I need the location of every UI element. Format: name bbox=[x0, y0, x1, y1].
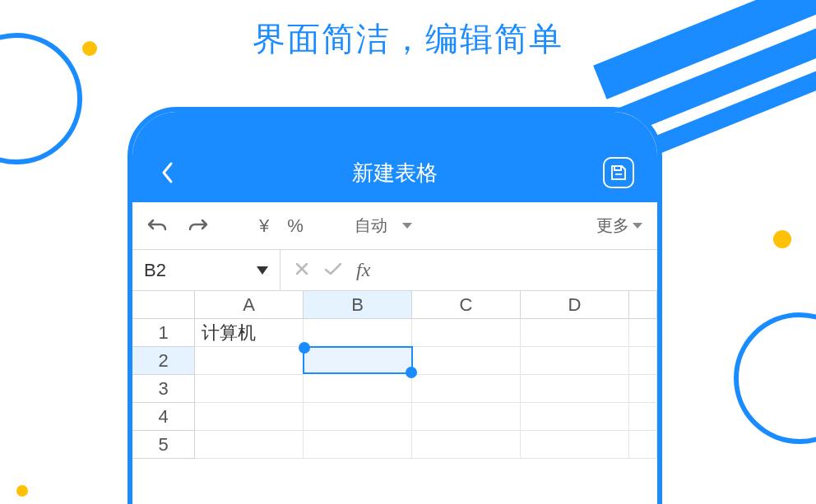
auto-format-label: 自动 bbox=[355, 215, 387, 237]
cell-E1[interactable] bbox=[629, 319, 657, 347]
phone-frame: 新建表格 ¥ % 自动 bbox=[128, 107, 662, 504]
auto-format-dropdown[interactable]: 自动 bbox=[355, 215, 412, 237]
cell-C2[interactable] bbox=[412, 347, 521, 375]
spreadsheet-grid[interactable]: A B C D 1 计算机 2 3 4 bbox=[132, 291, 657, 459]
save-button[interactable] bbox=[603, 157, 634, 188]
row-header-5[interactable]: 5 bbox=[132, 431, 195, 459]
cell-D5[interactable] bbox=[521, 431, 629, 459]
check-icon bbox=[323, 261, 343, 277]
cell-D1[interactable] bbox=[521, 319, 629, 347]
cell-C5[interactable] bbox=[412, 431, 521, 459]
save-icon bbox=[610, 164, 628, 182]
redo-icon bbox=[187, 217, 208, 235]
cell-A5[interactable] bbox=[195, 431, 304, 459]
cell-A2[interactable] bbox=[195, 347, 304, 375]
row-header-3[interactable]: 3 bbox=[132, 375, 195, 403]
formula-bar: B2 fx bbox=[132, 250, 657, 291]
column-header-C[interactable]: C bbox=[412, 291, 521, 319]
cell-C4[interactable] bbox=[412, 403, 521, 431]
row-header-2[interactable]: 2 bbox=[132, 347, 195, 375]
cell-B5[interactable] bbox=[304, 431, 412, 459]
deco-dot bbox=[16, 485, 28, 497]
cell-E4[interactable] bbox=[629, 403, 657, 431]
formula-input[interactable] bbox=[383, 250, 657, 290]
deco-dot bbox=[773, 230, 791, 248]
cell-reference-dropdown[interactable]: B2 bbox=[132, 250, 280, 290]
deco-circle-right bbox=[734, 312, 816, 444]
redo-button[interactable] bbox=[187, 217, 208, 235]
cell-D3[interactable] bbox=[521, 375, 629, 403]
undo-icon bbox=[147, 217, 169, 235]
cell-B3[interactable] bbox=[304, 375, 412, 403]
cell-A1[interactable]: 计算机 bbox=[195, 319, 304, 347]
selection-handle-bottom-right[interactable] bbox=[406, 367, 417, 378]
cell-B2-selected[interactable] bbox=[303, 346, 413, 374]
more-dropdown[interactable]: 更多 bbox=[596, 215, 642, 237]
page-headline: 界面简洁，编辑简单 bbox=[0, 16, 816, 62]
cancel-edit-button[interactable] bbox=[294, 259, 310, 282]
more-label: 更多 bbox=[596, 215, 629, 237]
cell-reference-value: B2 bbox=[144, 260, 166, 281]
chevron-down-icon bbox=[402, 223, 412, 229]
cell-A3[interactable] bbox=[195, 375, 304, 403]
cell-C1[interactable] bbox=[412, 319, 521, 347]
phone-notch bbox=[263, 112, 526, 148]
app-title: 新建表格 bbox=[132, 159, 657, 187]
selection-handle-top-left[interactable] bbox=[299, 342, 310, 354]
currency-button[interactable]: ¥ bbox=[259, 215, 269, 237]
cell-D2[interactable] bbox=[521, 347, 629, 375]
x-icon bbox=[294, 261, 310, 277]
cell-E3[interactable] bbox=[629, 375, 657, 403]
cell-D4[interactable] bbox=[521, 403, 629, 431]
percent-label: % bbox=[287, 215, 304, 237]
cell-B4[interactable] bbox=[304, 403, 412, 431]
chevron-down-icon bbox=[633, 223, 642, 229]
cell-E5[interactable] bbox=[629, 431, 657, 459]
grid-corner[interactable] bbox=[132, 291, 195, 319]
column-header-D[interactable]: D bbox=[521, 291, 629, 319]
cell-C3[interactable] bbox=[412, 375, 521, 403]
column-header-B[interactable]: B bbox=[304, 291, 412, 319]
currency-label: ¥ bbox=[259, 215, 269, 237]
undo-button[interactable] bbox=[147, 217, 169, 235]
cell-A4[interactable] bbox=[195, 403, 304, 431]
back-button[interactable] bbox=[155, 161, 178, 184]
row-header-4[interactable]: 4 bbox=[132, 403, 195, 431]
column-header-A[interactable]: A bbox=[195, 291, 304, 319]
row-header-1[interactable]: 1 bbox=[132, 319, 195, 347]
cell-E2[interactable] bbox=[629, 347, 657, 375]
fx-button[interactable]: fx bbox=[356, 259, 370, 281]
chevron-left-icon bbox=[160, 160, 174, 185]
column-header-extra[interactable] bbox=[629, 291, 657, 319]
toolbar: ¥ % 自动 更多 bbox=[132, 202, 657, 250]
confirm-edit-button[interactable] bbox=[323, 259, 343, 282]
cell-B1[interactable] bbox=[304, 319, 412, 347]
percent-button[interactable]: % bbox=[287, 215, 304, 237]
dropdown-arrow-icon bbox=[257, 266, 268, 275]
